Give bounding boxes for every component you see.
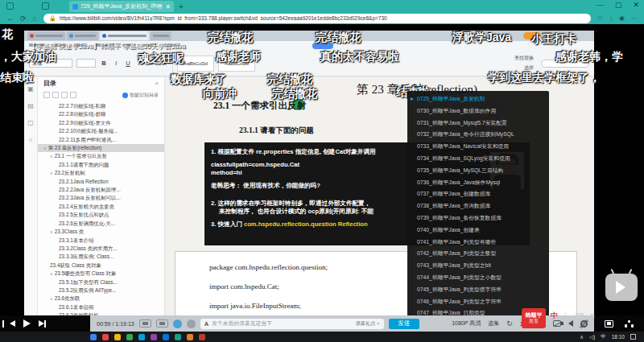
taskbar-app-icon[interactable] — [102, 334, 109, 340]
episode-item[interactable]: 0745_韩顺平Java_列类型值字符串 — [407, 284, 549, 296]
toc-item[interactable]: 22.2.8功能实现-群聊 — [38, 110, 164, 118]
tray-chevron-icon[interactable]: ∧ — [580, 334, 584, 340]
toc-item[interactable]: 23.5.2应用实例 AllType... — [38, 286, 164, 295]
toc-item[interactable]: 23.5哪些类型有 Class 对象 — [38, 270, 164, 278]
danmaku-etiquette-link[interactable]: 弹幕礼仪 > — [356, 320, 380, 328]
find-replace-button[interactable]: 查找替换 — [514, 55, 534, 62]
episode-item[interactable]: 0737_韩顺平Java_创建数据库 — [407, 188, 549, 200]
taskbar-app-icon[interactable] — [90, 334, 97, 340]
taskbar-app-icon[interactable] — [126, 334, 133, 340]
episodes-button[interactable]: 选集 — [488, 319, 499, 328]
font-name-select[interactable]: 宋体 — [29, 59, 72, 68]
toc-item[interactable]: 23.6类加载 — [38, 295, 164, 303]
underline-button[interactable]: U — [124, 60, 132, 67]
clipboard-icon[interactable]: ▤ — [27, 102, 34, 109]
more-options-icon[interactable] — [625, 320, 634, 328]
style-chip[interactable]: AaBbCcDd — [177, 56, 214, 72]
taskbar-app-icon[interactable] — [175, 334, 181, 340]
search-icon[interactable]: ○ — [29, 136, 33, 143]
tray-ime-indicator[interactable]: 中 — [601, 333, 606, 340]
episode-item[interactable]: 0735_韩顺平Java_MySQL三层结构 — [407, 165, 549, 177]
style-chip[interactable]: AaBbCcDd — [218, 56, 255, 72]
panel-icon[interactable]: ▣ — [27, 85, 34, 93]
taskbar-app-icon[interactable] — [187, 334, 193, 340]
prev-episode-button[interactable] — [10, 320, 15, 327]
toc-item[interactable]: 22.2.7功能实现-私聊 — [38, 102, 164, 110]
workspace-icon[interactable] — [6, 2, 14, 10]
taskbar-app-icon[interactable] — [114, 334, 121, 340]
toc-item[interactable]: 23.3Class 类 — [38, 228, 164, 236]
toc-item[interactable]: 22.2.11多用户即时通讯... — [38, 136, 164, 144]
toc-item[interactable]: 23.2.3Java 反射机制可以... — [38, 194, 164, 202]
player-toggle-icon[interactable] — [139, 319, 151, 328]
episode-item[interactable]: 0736_韩顺平Java_Java操作Mysql — [407, 177, 549, 189]
episode-item[interactable]: 0731_韩顺平Java_Mysql5.7安装配置 — [407, 117, 549, 130]
toc-tool-icon[interactable] — [61, 92, 68, 98]
episode-item[interactable]: 0741_韩顺平Java_列类型有哪些 — [407, 237, 549, 249]
episode-item[interactable]: 0740_韩顺平Java_创建表 — [407, 225, 549, 237]
font-size-select[interactable] — [76, 59, 96, 68]
select-button[interactable]: 选择 — [514, 64, 534, 72]
episode-item[interactable]: 0738_韩顺平Java_查询数据库 — [407, 200, 549, 212]
home-icon[interactable]: ⌂ — [33, 14, 37, 23]
toc-tool-icon[interactable] — [52, 92, 59, 98]
new-tab-button[interactable]: + — [179, 2, 184, 11]
toc-item[interactable]: 23.5.1如下类型有 Class... — [38, 278, 164, 286]
taskbar-app-icon[interactable] — [163, 334, 169, 340]
bold-button[interactable]: B — [100, 60, 108, 67]
player-toggle-icon[interactable] — [156, 319, 168, 328]
tray-clock[interactable]: 18:10 — [612, 334, 625, 340]
loop-icon[interactable]: ↻ — [506, 320, 513, 328]
danmaku-off-icon[interactable] — [553, 320, 561, 327]
superscript-button[interactable]: x² — [148, 60, 156, 67]
episode-item[interactable]: 0746_韩顺平Java_列类型之字符串 — [407, 296, 549, 308]
smart-toc-label[interactable]: 智能识别目录 — [130, 92, 159, 99]
toc-item[interactable]: 23.4获取 Class 类对象 — [38, 262, 164, 270]
taskbar-app-icon[interactable] — [199, 334, 205, 340]
toc-item[interactable]: 23.2.1Java Reflection — [38, 178, 164, 186]
danmaku-font-icon[interactable]: A — [204, 320, 208, 328]
refresh-icon[interactable]: ⟳ — [20, 14, 27, 23]
back-icon[interactable]: ← — [6, 14, 14, 23]
toc-item[interactable]: 22.2.10功能实现-服务端... — [38, 127, 164, 135]
episode-item[interactable]: 0733_韩顺平Java_Navicat安装和使用 — [407, 141, 549, 153]
toc-item[interactable]: 22.2.9功能实现-发文件 — [38, 119, 164, 127]
episode-item[interactable]: 0730_韩顺平Java_数据库的作用 — [407, 105, 549, 117]
episode-item[interactable]: 0729_韩顺平Java_反射机制 — [407, 93, 549, 105]
address-bar[interactable]: 🔒 https://www.bilibili.com/video/BV1fh41… — [43, 14, 591, 23]
episode-item[interactable]: 0742_韩顺平Java_列类型之整型 — [407, 248, 549, 260]
toc-item[interactable]: 23.3.1基本介绍 — [38, 237, 164, 245]
play-button[interactable] — [23, 319, 31, 328]
tray-volume-icon[interactable]: ◁) — [589, 334, 595, 340]
web-fullscreen-icon[interactable] — [605, 320, 613, 328]
window-maximize-button[interactable]: ▢ — [615, 1, 622, 9]
next-episode-button[interactable] — [39, 320, 44, 327]
danmaku-toggle-icon[interactable] — [173, 319, 182, 328]
bookmark-icon[interactable]: ▢ — [27, 119, 34, 126]
episode-item[interactable]: 0739_韩顺平Java_备份恢复数据库 — [407, 212, 549, 225]
highlight-button[interactable]: A — [160, 60, 168, 67]
window-close-button[interactable]: ✕ — [633, 1, 639, 9]
toc-tool-icon[interactable] — [43, 92, 50, 98]
danmaku-style-icon[interactable] — [187, 319, 196, 328]
toc-item[interactable]: 23.2.5反射优点和缺点 — [38, 211, 164, 219]
ribbon-search-box[interactable] — [541, 60, 589, 68]
volume-icon[interactable] — [568, 320, 573, 327]
window-minimize-button[interactable]: — — [597, 1, 604, 9]
episode-item[interactable]: 0744_韩顺平Java_列类型之小数型 — [407, 272, 549, 284]
toc-close-icon[interactable]: × — [155, 80, 159, 87]
toc-item[interactable]: 23.2反射机制 — [38, 169, 164, 177]
vertical-tabs-icon[interactable] — [42, 2, 49, 10]
toc-item[interactable]: 23.2.2Java 反射机制原理... — [38, 186, 164, 194]
episode-item[interactable]: 0743_韩顺平Java_列类型之bit — [407, 260, 549, 272]
episode-item[interactable]: 0732_韩顺平Java_命令行连接到MySQL — [407, 129, 549, 141]
share-button[interactable] — [312, 43, 333, 49]
quality-button[interactable]: 1080P 高清 — [452, 319, 481, 328]
tab-close-icon[interactable]: ✕ — [165, 3, 171, 10]
send-danmaku-button[interactable]: 发送 — [389, 319, 419, 329]
toc-item[interactable]: 23.3.2Class 类的常用方... — [38, 245, 164, 253]
profile-icon[interactable]: ◉ — [619, 14, 625, 22]
toc-item[interactable]: 第 23 章反射(reflection) — [38, 144, 164, 152]
favorite-star-icon[interactable]: ☆ — [597, 14, 603, 22]
download-icon[interactable]: ↓ — [609, 14, 613, 22]
